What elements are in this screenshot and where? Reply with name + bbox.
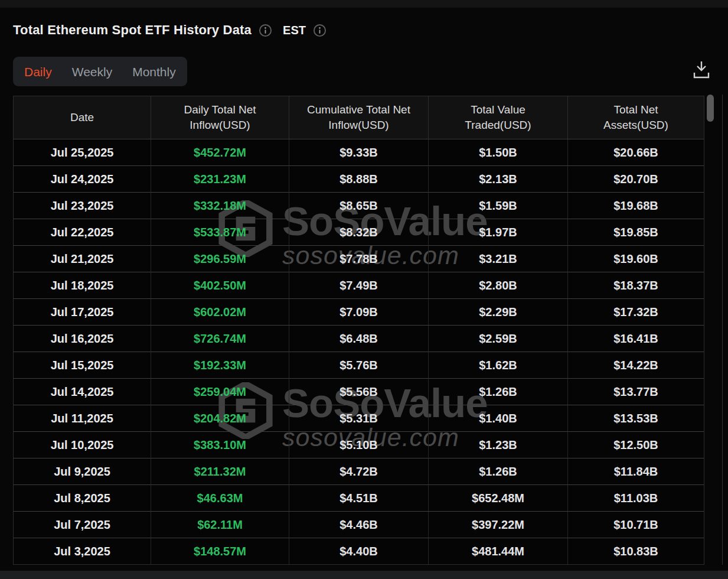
cumulative-inflow-cell: $8.65B — [289, 193, 429, 219]
cumulative-inflow-cell: $6.48B — [289, 326, 429, 352]
cumulative-inflow-cell: $7.78B — [289, 246, 429, 272]
daily-inflow-cell: $259.04M — [151, 379, 289, 405]
net-assets-cell: $20.70B — [568, 166, 704, 193]
top-edge-strip — [0, 0, 728, 8]
cumulative-inflow-cell: $8.88B — [289, 166, 429, 193]
date-cell: Jul 7,2025 — [14, 512, 151, 538]
info-icon[interactable] — [259, 24, 272, 37]
table-row: Jul 22,2025$533.87M$8.32B$1.97B$19.85B — [14, 219, 704, 246]
table-row: Jul 16,2025$726.74M$6.48B$2.59B$16.41B — [14, 326, 704, 352]
cumulative-inflow-cell: $5.56B — [289, 379, 429, 405]
daily-inflow-cell: $332.18M — [151, 193, 289, 219]
data-table: SoSoValue sosovalue.com SoSoValue sosova… — [13, 96, 704, 565]
download-icon — [692, 60, 711, 80]
table-row: Jul 11,2025$204.82M$5.31B$1.40B$13.53B — [14, 405, 704, 432]
download-button[interactable] — [692, 60, 711, 80]
date-cell: Jul 8,2025 — [14, 485, 151, 512]
table-body: Jul 25,2025$452.72M$9.33B$1.50B$20.66BJu… — [14, 139, 704, 565]
date-cell: Jul 17,2025 — [14, 299, 151, 326]
vertical-scrollbar-thumb[interactable] — [707, 95, 714, 122]
date-cell: Jul 11,2025 — [14, 405, 151, 432]
value-traded-cell: $2.80B — [429, 272, 568, 299]
column-header: Total Net Assets(USD) — [568, 96, 704, 139]
daily-inflow-cell: $62.11M — [151, 512, 289, 538]
net-assets-cell: $10.71B — [568, 512, 704, 538]
column-header: Cumulative Total Net Inflow(USD) — [289, 96, 429, 139]
cumulative-inflow-cell: $4.72B — [289, 458, 429, 485]
date-cell: Jul 22,2025 — [14, 219, 151, 246]
net-assets-cell: $16.41B — [568, 326, 704, 352]
daily-inflow-cell: $533.87M — [151, 219, 289, 246]
daily-inflow-cell: $192.33M — [151, 352, 289, 379]
value-traded-cell: $2.13B — [429, 166, 568, 193]
header-bar: Total Ethereum Spot ETF History Data EST — [13, 22, 327, 38]
table-row: Jul 3,2025$148.57M$4.40B$481.44M$10.83B — [14, 538, 704, 565]
column-header: Total Value Traded(USD) — [429, 96, 568, 139]
table-row: Jul 8,2025$46.63M$4.51B$652.48M$11.03B — [14, 485, 704, 512]
timezone-label: EST — [283, 24, 306, 37]
cumulative-inflow-cell: $7.49B — [289, 272, 429, 299]
date-cell: Jul 16,2025 — [14, 326, 151, 352]
daily-inflow-cell: $402.50M — [151, 272, 289, 299]
value-traded-cell: $2.59B — [429, 326, 568, 352]
net-assets-cell: $17.32B — [568, 299, 704, 326]
tab-monthly[interactable]: Monthly — [132, 66, 176, 78]
net-assets-cell: $19.60B — [568, 246, 704, 272]
date-cell: Jul 15,2025 — [14, 352, 151, 379]
table-row: Jul 7,2025$62.11M$4.46B$397.22M$10.71B — [14, 512, 704, 538]
table-row: Jul 9,2025$211.32M$4.72B$1.26B$11.84B — [14, 458, 704, 485]
table-header-row: DateDaily Total Net Inflow(USD)Cumulativ… — [14, 96, 704, 139]
net-assets-cell: $19.85B — [568, 219, 704, 246]
value-traded-cell: $1.59B — [429, 193, 568, 219]
daily-inflow-cell: $602.02M — [151, 299, 289, 326]
value-traded-cell: $1.23B — [429, 432, 568, 458]
date-cell: Jul 10,2025 — [14, 432, 151, 458]
daily-inflow-cell: $231.23M — [151, 166, 289, 193]
daily-inflow-cell: $204.82M — [151, 405, 289, 432]
cumulative-inflow-cell: $5.31B — [289, 405, 429, 432]
value-traded-cell: $652.48M — [429, 485, 568, 512]
value-traded-cell: $3.21B — [429, 246, 568, 272]
daily-inflow-cell: $296.59M — [151, 246, 289, 272]
date-cell: Jul 23,2025 — [14, 193, 151, 219]
panel-right-border — [722, 95, 723, 565]
cumulative-inflow-cell: $8.32B — [289, 219, 429, 246]
tab-weekly[interactable]: Weekly — [72, 66, 112, 78]
net-assets-cell: $20.66B — [568, 139, 704, 166]
cumulative-inflow-cell: $4.51B — [289, 485, 429, 512]
tab-daily[interactable]: Daily — [24, 66, 52, 78]
table-row: Jul 18,2025$402.50M$7.49B$2.80B$18.37B — [14, 272, 704, 299]
page-title: Total Ethereum Spot ETF History Data — [13, 22, 252, 38]
daily-inflow-cell: $452.72M — [151, 139, 289, 166]
table-row: Jul 17,2025$602.02M$7.09B$2.29B$17.32B — [14, 299, 704, 326]
cumulative-inflow-cell: $5.10B — [289, 432, 429, 458]
daily-inflow-cell: $211.32M — [151, 458, 289, 485]
horizontal-scrollbar-track[interactable] — [0, 571, 728, 579]
timezone-info-icon[interactable] — [313, 24, 327, 37]
cumulative-inflow-cell: $4.46B — [289, 512, 429, 538]
table-row: Jul 15,2025$192.33M$5.76B$1.62B$14.22B — [14, 352, 704, 379]
date-cell: Jul 3,2025 — [14, 538, 151, 565]
cumulative-inflow-cell: $9.33B — [289, 139, 429, 166]
table-row: Jul 23,2025$332.18M$8.65B$1.59B$19.68B — [14, 193, 704, 219]
net-assets-cell: $19.68B — [568, 193, 704, 219]
table-row: Jul 24,2025$231.23M$8.88B$2.13B$20.70B — [14, 166, 704, 193]
net-assets-cell: $12.50B — [568, 432, 704, 458]
table-row: Jul 14,2025$259.04M$5.56B$1.26B$13.77B — [14, 379, 704, 405]
date-cell: Jul 18,2025 — [14, 272, 151, 299]
value-traded-cell: $1.26B — [429, 379, 568, 405]
date-cell: Jul 14,2025 — [14, 379, 151, 405]
date-cell: Jul 24,2025 — [14, 166, 151, 193]
daily-inflow-cell: $148.57M — [151, 538, 289, 565]
value-traded-cell: $1.26B — [429, 458, 568, 485]
column-header: Date — [14, 96, 151, 139]
net-assets-cell: $18.37B — [568, 272, 704, 299]
net-assets-cell: $11.03B — [568, 485, 704, 512]
column-header: Daily Total Net Inflow(USD) — [151, 96, 289, 139]
table-row: Jul 21,2025$296.59M$7.78B$3.21B$19.60B — [14, 246, 704, 272]
value-traded-cell: $1.62B — [429, 352, 568, 379]
net-assets-cell: $13.53B — [568, 405, 704, 432]
table-row: Jul 25,2025$452.72M$9.33B$1.50B$20.66B — [14, 139, 704, 166]
date-cell: Jul 25,2025 — [14, 139, 151, 166]
net-assets-cell: $11.84B — [568, 458, 704, 485]
